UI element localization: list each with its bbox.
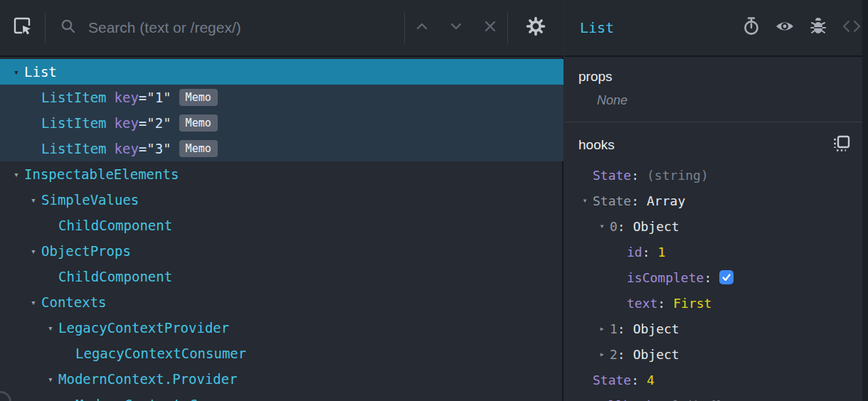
parse-hooks-icon — [832, 134, 851, 156]
hook-value: Object — [633, 219, 679, 234]
components-tree-pane: ▾ List ▾ ListItem key="1" Memo ▾ ListIte… — [0, 0, 563, 401]
component-name: ChildComponent — [58, 269, 172, 284]
component-name: Contexts — [41, 294, 107, 310]
caret-down-icon[interactable]: ▾ — [17, 246, 41, 257]
search-input[interactable] — [87, 18, 343, 37]
hook-name: isComplete — [627, 270, 704, 285]
hook-name: 2 — [610, 347, 618, 362]
hook-row-item-1[interactable]: ▸ 1: Object — [565, 316, 862, 341]
caret-down-icon[interactable]: ▾ — [0, 169, 24, 180]
debug-button[interactable] — [801, 0, 835, 56]
hook-row-item-0[interactable]: ▾ 0: Object — [565, 213, 862, 239]
tree-row-listitem[interactable]: ▾ ListItem key="2" Memo — [0, 110, 563, 136]
hook-name: State — [593, 193, 631, 208]
tree-row-childcomponent[interactable]: ▾ ChildComponent — [0, 264, 563, 289]
caret-down-icon[interactable]: ▾ — [34, 323, 58, 333]
component-name: ModernContext.Consumer — [75, 397, 255, 401]
hook-row-state-number[interactable]: ▾ State: 4 — [565, 367, 862, 392]
key-attribute-name: key — [115, 141, 139, 156]
hook-row-callback[interactable]: ▾ Callback: ƒ () {} — [565, 392, 862, 401]
caret-down-icon[interactable]: ▾ — [0, 67, 24, 77]
component-name: ChildComponent — [58, 218, 172, 233]
key-attribute-value: ="3" — [139, 141, 171, 156]
component-name: LegacyContextConsumer — [75, 346, 246, 361]
component-name: ObjectProps — [41, 243, 131, 259]
search-box — [46, 0, 404, 56]
caret-down-icon[interactable]: ▾ — [17, 195, 41, 205]
settings-button[interactable] — [508, 0, 563, 56]
hook-row-iscomplete[interactable]: ▾ isComplete: — [565, 264, 862, 290]
load-hook-names-button[interactable] — [830, 133, 854, 157]
tree-row-childcomponent[interactable]: ▾ ChildComponent — [0, 213, 563, 238]
selected-element-pane: List — [565, 0, 868, 401]
hook-row-state-string[interactable]: ▾ State: (string) — [565, 162, 862, 188]
eye-icon — [775, 16, 795, 39]
chevron-down-icon — [448, 18, 464, 37]
tree-row-moderncontextprovider[interactable]: ▾ ModernContext.Provider — [0, 366, 563, 392]
component-name: ListItem — [41, 141, 107, 156]
hook-name: 1 — [610, 321, 618, 336]
previous-result-button[interactable] — [405, 0, 439, 56]
hook-row-id[interactable]: ▾ id: 1 — [565, 239, 862, 264]
hook-row-text[interactable]: ▾ text: First — [565, 290, 862, 316]
hook-row-item-2[interactable]: ▸ 2: Object — [565, 341, 862, 367]
caret-down-icon[interactable]: ▾ — [582, 221, 610, 231]
tree-row-listitem[interactable]: ▾ ListItem key="1" Memo — [0, 85, 563, 110]
component-name: LegacyContextProvider — [58, 320, 229, 336]
key-attribute-value: ="1" — [139, 90, 171, 105]
selected-element-header: List — [565, 0, 868, 57]
hooks-section: hooks ▾ State: (string) ▾ — [565, 123, 862, 401]
caret-right-icon[interactable]: ▸ — [582, 349, 610, 359]
hook-value: Array — [647, 193, 685, 208]
tree-row-legacycontextconsumer[interactable]: ▾ LegacyContextConsumer — [0, 341, 563, 366]
gear-icon — [525, 16, 546, 40]
memo-badge: Memo — [179, 114, 218, 132]
tree-row-listitem[interactable]: ▾ ListItem key="3" Memo — [0, 136, 563, 161]
tree-row-list[interactable]: ▾ List — [0, 59, 563, 85]
hook-value: ƒ () {} — [670, 398, 724, 401]
component-tree: ▾ List ▾ ListItem key="1" Memo ▾ ListIte… — [0, 58, 563, 401]
tree-row-moderncontextconsumer[interactable]: ▾ ModernContext.Consumer — [0, 392, 563, 401]
props-empty-value: None — [597, 93, 628, 108]
stopwatch-icon — [741, 16, 761, 39]
component-name: List — [24, 64, 57, 80]
tree-row-simplevalues[interactable]: ▾ SimpleValues — [0, 187, 563, 213]
inspect-element-button[interactable] — [0, 0, 45, 56]
key-attribute-name: key — [115, 90, 139, 105]
clear-search-button[interactable] — [473, 0, 507, 56]
search-icon — [60, 18, 77, 38]
hook-name: State — [593, 373, 631, 387]
selected-component-name: List — [580, 19, 734, 36]
props-section: props None — [565, 58, 862, 122]
component-name: ModernContext.Provider — [58, 371, 238, 387]
react-devtools-components-panel: ▾ List ▾ ListItem key="1" Memo ▾ ListIte… — [0, 0, 868, 401]
component-name: SimpleValues — [41, 192, 139, 208]
hook-value: Object — [633, 347, 679, 362]
component-name: ListItem — [41, 90, 107, 105]
hook-row-state-array[interactable]: ▾ State: Array — [565, 188, 862, 213]
hooks-section-title: hooks — [578, 137, 615, 153]
right-pane-scrollbar[interactable] — [862, 0, 868, 401]
profiler-button[interactable] — [734, 0, 768, 56]
chevron-up-icon — [414, 18, 430, 37]
component-name: ListItem — [41, 115, 107, 131]
tree-row-objectprops[interactable]: ▾ ObjectProps — [0, 238, 563, 264]
hooks-tree: ▾ State: (string) ▾ State: Array ▾ 0: Ob… — [565, 162, 862, 401]
iscomplete-checkbox[interactable] — [719, 270, 734, 284]
hook-value: Object — [633, 321, 679, 336]
caret-down-icon[interactable]: ▾ — [34, 374, 58, 385]
tree-row-inspectableelements[interactable]: ▾ InspectableElements — [0, 161, 563, 187]
hook-name: 0 — [610, 219, 618, 234]
memo-badge: Memo — [179, 89, 218, 106]
hook-value: 4 — [647, 373, 655, 387]
next-result-button[interactable] — [439, 0, 473, 56]
caret-down-icon[interactable]: ▾ — [17, 297, 41, 308]
tree-row-legacycontextprovider[interactable]: ▾ LegacyContextProvider — [0, 315, 563, 341]
inspect-cursor-icon — [12, 16, 33, 40]
hook-value: 1 — [658, 245, 666, 260]
inspect-dom-button[interactable] — [768, 0, 801, 56]
hook-name: State — [593, 168, 631, 183]
tree-row-contexts[interactable]: ▾ Contexts — [0, 289, 563, 315]
caret-down-icon[interactable]: ▾ — [565, 196, 593, 205]
caret-right-icon[interactable]: ▸ — [582, 324, 610, 333]
